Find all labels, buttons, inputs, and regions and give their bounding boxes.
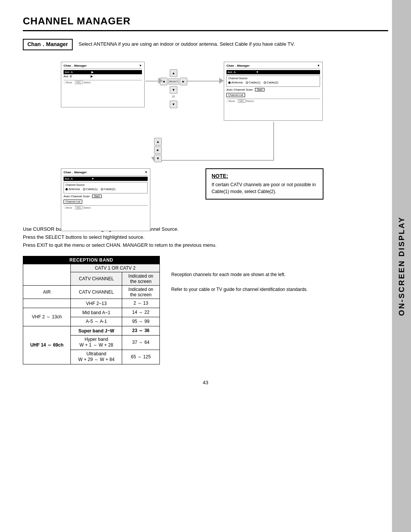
nav-right2-btn[interactable]: ►	[154, 146, 162, 154]
nav-select-btn[interactable]: SELECT	[168, 78, 179, 85]
cell-9599: 95 ～ 99	[122, 317, 160, 326]
auto-scan-row-bl: Auto Channel Scan Start	[64, 195, 148, 198]
cell-hyperband: Hyper bandW + 1 ～ W + 28	[71, 335, 122, 350]
nav-up2-btn[interactable]: ▲	[154, 138, 162, 145]
cell-65125: 65 ～ 125	[122, 350, 160, 364]
screen-bl-nav: ↕ Move SEL Select	[64, 205, 148, 209]
diagram-section: Chan．Manager ▼ Ant. A ▶ Ant. B ▶ ↕ Move …	[23, 58, 388, 218]
reception-note-1: Reception channels for each mode are sho…	[171, 271, 388, 278]
cell-uhf14-69ch: UHF 14 ～ 69ch	[23, 326, 71, 364]
screen-tr-title: Chan．Manager	[226, 64, 250, 68]
cell-superband: Super band J~W	[71, 326, 122, 335]
channel-source-box-bl: Channel Source Antenna Cable(1) Cable(2)	[64, 182, 148, 193]
instruction-3: Press EXIT to quit the menu or select CH…	[23, 241, 388, 249]
cell-ultraband: UltrabandW + 29 ～ W + 84	[71, 350, 122, 364]
table-row: VHF 2 ～ 13ch Mid band A~1 14 ～ 22	[23, 308, 160, 317]
page-number: 43	[23, 380, 388, 385]
nav-cluster-center[interactable]: ▲ ► ▼	[154, 138, 162, 162]
cell-vhf-label	[23, 299, 71, 308]
or-text: or	[172, 94, 175, 98]
catv-channel-header: CATV CHANNEL	[71, 272, 122, 286]
screen-top-left: Chan．Manager ▼ Ant. A ▶ Ant. B ▶ ↕ Move …	[61, 62, 145, 107]
start-btn-bl[interactable]: Start	[92, 195, 102, 198]
cell-2336: 23 ～ 36	[122, 326, 160, 335]
nav-up-btn[interactable]: ▲	[170, 69, 177, 77]
sidebar-label: ON-SCREEN DISPLAY	[397, 216, 406, 316]
intro-row: Chan．Manager Select ANTENNA if you are u…	[23, 39, 388, 50]
note-title: NOTE:	[212, 173, 317, 179]
nav-right-btn[interactable]: ►	[180, 78, 187, 85]
screen-tr-subtitle: Ant. A ▼	[226, 70, 320, 74]
auto-scan-row-tr: Auto Channel Scan Start	[226, 88, 320, 91]
reception-table: RECEPTION BAND CATV 1 OR CATV 2 CATV CHA…	[23, 256, 160, 364]
nav-down-btn[interactable]: ▼	[170, 86, 177, 94]
intro-description: Select ANTENNA if you are using an indoo…	[79, 39, 295, 48]
channel-list-btn-tr[interactable]: Channel List	[226, 93, 245, 97]
cell-1422: 14 ～ 22	[122, 308, 160, 317]
screen-tl-item1: Ant. A ▶	[64, 70, 142, 74]
table-row: VHF 2~13 2 ～ 13	[23, 299, 160, 308]
reception-notes: Reception channels for each mode are sho…	[171, 256, 388, 293]
note-text: If certain CATV channels are poor or not…	[212, 181, 317, 195]
cell-indicated: Indicated onthe screen	[122, 286, 160, 299]
nav-down3-btn[interactable]: ▼	[154, 155, 162, 162]
chan-manager-badge: Chan．Manager	[23, 39, 73, 50]
page-title: CHANNEL MANAGER	[23, 15, 388, 31]
start-btn-tr[interactable]: Start	[255, 88, 264, 91]
screen-top-right: Chan．Manager ▼ Ant. A ▼ Channel Source A…	[224, 62, 323, 121]
reception-note-2: Refer to your cable or TV guide for chan…	[171, 286, 388, 293]
indicated-header: Indicated onthe screen	[122, 272, 160, 286]
cell-3764: 37 ～ 64	[122, 335, 160, 350]
screen-tl-title: Chan．Manager	[64, 64, 87, 68]
screen-bl-subtitle: Ant. A ▼	[64, 177, 148, 181]
instruction-2: Press the SELECT buttons to select highl…	[23, 233, 388, 241]
table-row-bold: UHF 14 ～ 69ch Super band J~W 23 ～ 36	[23, 326, 160, 335]
catv-header: CATV 1 OR CATV 2	[71, 264, 160, 272]
cell-vhf2-13ch: VHF 2 ～ 13ch	[23, 308, 71, 326]
screen-tl-item2: Ant. B ▶	[64, 74, 142, 78]
channel-source-box-tr: Channel Source Antenna Cable(1) Cable(2)	[226, 75, 320, 87]
screen-bl-title: Chan．Manager	[64, 170, 87, 174]
col1-header	[23, 264, 71, 286]
reception-band-header: RECEPTION BAND	[23, 256, 160, 264]
note-box: NOTE: If certain CATV channels are poor …	[206, 168, 323, 200]
cell-air: AIR	[23, 286, 71, 299]
reception-table-wrapper: RECEPTION BAND CATV 1 OR CATV 2 CATV CHA…	[23, 256, 160, 364]
reception-section: RECEPTION BAND CATV 1 OR CATV 2 CATV CHA…	[23, 256, 388, 364]
table-row: AIR CATV CHANNEL Indicated onthe screen	[23, 286, 160, 299]
cell-catv-ch: CATV CHANNEL	[71, 286, 122, 299]
screen-tl-nav: ↕ Move SEL Select	[64, 80, 142, 84]
nav-cluster-top[interactable]: ▲ ◄ SELECT ► ▼ or ▼	[160, 69, 187, 108]
screen-tr-nav: ↕ Move SEL Return	[226, 99, 320, 102]
channel-list-btn-bl[interactable]: Channel List	[64, 200, 82, 204]
cell-a5a1: A-5 ～ A-1	[71, 317, 122, 326]
sidebar-vertical: ON-SCREEN DISPLAY	[392, 0, 411, 532]
nav-down2-btn[interactable]: ▼	[170, 101, 177, 108]
cell-midband: Mid band A~1	[71, 308, 122, 317]
cell-213: 2 ～ 13	[122, 299, 160, 308]
cell-vhf213: VHF 2~13	[71, 299, 122, 308]
screen-bottom-left: Chan．Manager ▼ Ant. A ▼ Channel Source A…	[61, 168, 150, 231]
